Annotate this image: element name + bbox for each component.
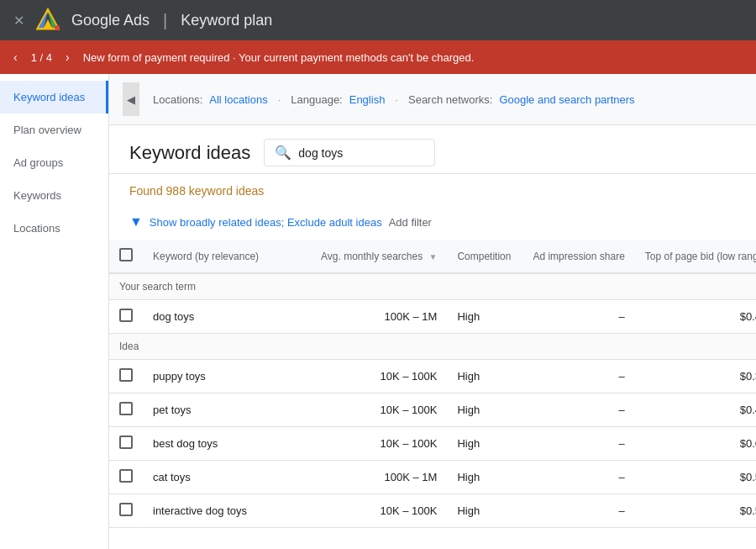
row-keyword-dog-toys: dog toys	[143, 300, 311, 334]
row-checkbox-cell-pet-toys[interactable]	[109, 393, 143, 427]
table-row: pet toys10K – 100KHigh–$0.40	[109, 393, 756, 427]
row-checkbox-puppy-toys[interactable]	[119, 368, 133, 382]
close-icon[interactable]: ✕	[13, 13, 24, 29]
row-checkbox-cell-cat-toys[interactable]	[109, 461, 143, 494]
th-keyword[interactable]: Keyword (by relevance)	[143, 240, 311, 273]
row-searches-best-dog-toys: 10K – 100K	[311, 427, 447, 461]
filter-sep-2: ·	[395, 93, 398, 106]
row-keyword-cat-toys: cat toys	[143, 461, 311, 494]
row-keyword-best-dog-toys: best dog toys	[143, 427, 311, 461]
row-checkbox-cell-interactive-dog-toys[interactable]	[109, 494, 143, 528]
language-label: Language:	[291, 93, 342, 106]
search-icon: 🔍	[275, 145, 291, 161]
row-impression-best-dog-toys: –	[522, 427, 634, 461]
row-bid-cat-toys: $0.50	[635, 461, 756, 494]
row-competition-dog-toys: High	[447, 300, 522, 334]
row-checkbox-pet-toys[interactable]	[119, 402, 133, 415]
table-row: dog toys100K – 1MHigh–$0.49	[109, 300, 756, 334]
row-impression-interactive-dog-toys: –	[522, 494, 634, 528]
sidebar: Keyword ideas Plan overview Ad groups Ke…	[0, 74, 109, 549]
row-checkbox-cat-toys[interactable]	[119, 469, 133, 483]
top-bar: ✕ Google Ads | Keyword plan	[0, 0, 756, 40]
notification-bar: ‹ 1 / 4 › New form of payment required ·…	[0, 40, 756, 74]
row-competition-best-dog-toys: High	[447, 427, 522, 461]
table-row: interactive dog toys10K – 100KHigh–$0.57	[109, 494, 756, 528]
row-competition-cat-toys: High	[447, 461, 522, 494]
title-divider: |	[163, 11, 167, 30]
results-text: Found 988 keyword ideas	[129, 184, 264, 198]
keywords-table: Keyword (by relevance) Avg. monthly sear…	[109, 240, 756, 528]
th-avg-searches[interactable]: Avg. monthly searches ▼	[311, 240, 447, 273]
sidebar-item-keyword-ideas[interactable]: Keyword ideas	[0, 81, 108, 113]
row-keyword-interactive-dog-toys: interactive dog toys	[143, 494, 311, 528]
sidebar-item-plan-overview[interactable]: Plan overview	[0, 113, 108, 146]
row-bid-interactive-dog-toys: $0.57	[635, 494, 756, 528]
collapse-filter-bar[interactable]: ◀	[123, 82, 139, 116]
notification-counter: 1 / 4	[31, 51, 52, 64]
row-keyword-pet-toys: pet toys	[143, 393, 311, 427]
language-value[interactable]: English	[349, 93, 386, 106]
networks-label: Search networks:	[408, 93, 492, 106]
row-impression-cat-toys: –	[522, 461, 634, 494]
row-keyword-puppy-toys: puppy toys	[143, 360, 311, 393]
row-bid-puppy-toys: $0.35	[635, 360, 756, 393]
row-checkbox-dog-toys[interactable]	[119, 309, 133, 322]
search-box[interactable]: 🔍	[264, 139, 435, 166]
row-impression-puppy-toys: –	[522, 360, 634, 393]
row-bid-best-dog-toys: $0.60	[635, 427, 756, 461]
page-title: Keyword ideas	[129, 142, 250, 164]
sidebar-item-locations[interactable]: Locations	[0, 212, 108, 245]
th-impression-share[interactable]: Ad impression share	[522, 240, 634, 273]
row-competition-pet-toys: High	[447, 393, 522, 427]
product-name: Google Ads	[71, 12, 150, 29]
add-filter-link[interactable]: Add filter	[389, 216, 432, 229]
sidebar-item-keywords[interactable]: Keywords	[0, 179, 108, 212]
row-competition-interactive-dog-toys: High	[447, 494, 522, 528]
section-header-idea: Idea	[109, 334, 756, 360]
th-competition[interactable]: Competition	[447, 240, 522, 273]
broadly-related-filter[interactable]: Show broadly related ideas; Exclude adul…	[150, 216, 382, 229]
select-all-checkbox[interactable]	[119, 248, 133, 261]
row-impression-dog-toys: –	[522, 300, 634, 334]
svg-point-5	[55, 25, 60, 30]
table-row: puppy toys10K – 100KHigh–$0.35	[109, 360, 756, 393]
networks-value[interactable]: Google and search partners	[499, 93, 634, 106]
filter-sep-1: ·	[278, 93, 281, 106]
row-bid-pet-toys: $0.40	[635, 393, 756, 427]
search-input[interactable]	[298, 146, 424, 160]
table-row: cat toys100K – 1MHigh–$0.50	[109, 461, 756, 494]
row-checkbox-cell-puppy-toys[interactable]	[109, 360, 143, 393]
filter-funnel-icon: ▼	[129, 214, 143, 230]
row-competition-puppy-toys: High	[447, 360, 522, 393]
row-searches-dog-toys: 100K – 1M	[311, 300, 447, 334]
row-bid-dog-toys: $0.49	[635, 300, 756, 334]
row-checkbox-cell-dog-toys[interactable]	[109, 300, 143, 334]
locations-label: Locations:	[153, 93, 202, 106]
row-checkbox-interactive-dog-toys[interactable]	[119, 503, 133, 516]
locations-value[interactable]: All locations	[209, 93, 267, 106]
notification-message: New form of payment required · Your curr…	[83, 51, 475, 64]
sidebar-item-ad-groups[interactable]: Ad groups	[0, 146, 108, 179]
prev-notification[interactable]: ‹	[10, 47, 21, 67]
table-body: Your search termdog toys100K – 1MHigh–$0…	[109, 273, 756, 528]
table-header-row: Keyword (by relevance) Avg. monthly sear…	[109, 240, 756, 273]
table-row: best dog toys10K – 100KHigh–$0.60	[109, 427, 756, 461]
row-checkbox-best-dog-toys[interactable]	[119, 436, 133, 449]
row-searches-cat-toys: 100K – 1M	[311, 461, 447, 494]
th-top-bid[interactable]: Top of page bid (low range)	[635, 240, 756, 273]
filter-bar: ◀ Locations: All locations · Language: E…	[109, 74, 756, 125]
sort-icon: ▼	[429, 252, 438, 261]
row-checkbox-cell-best-dog-toys[interactable]	[109, 427, 143, 461]
next-notification[interactable]: ›	[62, 47, 73, 67]
main-layout: Keyword ideas Plan overview Ad groups Ke…	[0, 74, 756, 549]
row-searches-interactive-dog-toys: 10K – 100K	[311, 494, 447, 528]
content-area: ◀ Locations: All locations · Language: E…	[109, 74, 756, 549]
google-ads-logo	[34, 7, 61, 34]
results-bar: Found 988 keyword ideas	[109, 174, 756, 208]
row-searches-pet-toys: 10K – 100K	[311, 393, 447, 427]
page-name: Keyword plan	[181, 12, 272, 29]
page-header: Keyword ideas 🔍	[109, 125, 756, 174]
row-searches-puppy-toys: 10K – 100K	[311, 360, 447, 393]
section-header-search: Your search term	[109, 273, 756, 300]
th-select-all[interactable]	[109, 240, 143, 273]
